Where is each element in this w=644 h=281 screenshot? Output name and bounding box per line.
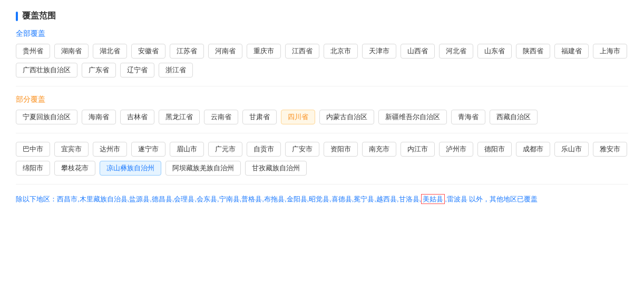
tag-province[interactable]: 安徽省 (131, 44, 165, 59)
tag-city[interactable]: 自贡市 (247, 142, 281, 157)
highlighted-county: 美姑县 (421, 194, 445, 204)
full-coverage-tags: 贵州省湖南省湖北省安徽省江苏省河南省重庆市江西省北京市天津市山西省河北省山东省陕… (16, 44, 628, 77)
tag-province[interactable]: 江苏省 (170, 44, 204, 59)
tag-province-partial[interactable]: 海南省 (82, 110, 116, 124)
tag-city[interactable]: 广元市 (208, 142, 242, 157)
tag-city[interactable]: 巴中市 (16, 142, 50, 157)
tag-city[interactable]: 攀枝花市 (54, 161, 95, 176)
tag-city[interactable]: 乐山市 (554, 142, 589, 157)
tag-province[interactable]: 贵州省 (16, 44, 50, 59)
tag-city[interactable]: 南充市 (362, 142, 396, 157)
footer-note: 除以下地区：西昌市,木里藏族自治县,盐源县,德昌县,会理县,会东县,宁南县,普格… (16, 193, 628, 205)
partial-coverage-label[interactable]: 部分覆盖 (16, 95, 628, 104)
tag-province-partial[interactable]: 甘肃省 (242, 110, 277, 124)
tag-province[interactable]: 山东省 (477, 44, 512, 59)
tag-province-partial[interactable]: 云南省 (204, 110, 238, 124)
tag-province-partial[interactable]: 吉林省 (120, 110, 154, 124)
tag-city[interactable]: 遂宁市 (131, 142, 165, 157)
tag-city[interactable]: 泸州市 (439, 142, 473, 157)
tag-city[interactable]: 阿坝藏族羌族自治州 (165, 161, 241, 176)
tag-city[interactable]: 达州市 (93, 142, 127, 157)
tag-province-partial[interactable]: 内蒙古自治区 (319, 110, 374, 124)
tag-province[interactable]: 湖北省 (93, 44, 127, 59)
tag-province[interactable]: 山西省 (401, 44, 435, 59)
tag-province[interactable]: 河南省 (208, 44, 242, 59)
page-container: 覆盖范围 全部覆盖 贵州省湖南省湖北省安徽省江苏省河南省重庆市江西省北京市天津市… (16, 11, 628, 205)
partial-coverage-province-tags: 宁夏回族自治区海南省吉林省黑龙江省云南省甘肃省四川省内蒙古自治区新疆维吾尔自治区… (16, 110, 628, 124)
tag-province[interactable]: 天津市 (362, 44, 396, 59)
tag-province-partial[interactable]: 西藏自治区 (490, 110, 538, 124)
tag-city[interactable]: 宜宾市 (54, 142, 89, 157)
tag-province[interactable]: 福建省 (554, 44, 589, 59)
full-coverage-section: 全部覆盖 贵州省湖南省湖北省安徽省江苏省河南省重庆市江西省北京市天津市山西省河北… (16, 29, 628, 77)
tag-province[interactable]: 重庆市 (247, 44, 281, 59)
title-text: 覆盖范围 (22, 11, 56, 22)
tag-province[interactable]: 辽宁省 (120, 63, 154, 77)
divider-2 (16, 133, 628, 133)
cities-section: 巴中市宜宾市达州市遂宁市眉山市广元市自贡市广安市资阳市南充市内江市泸州市德阳市成… (16, 142, 628, 176)
tag-city[interactable]: 绵阳市 (16, 161, 50, 176)
tag-province-partial[interactable]: 宁夏回族自治区 (16, 110, 77, 124)
divider-1 (16, 86, 628, 86)
tag-city[interactable]: 资阳市 (324, 142, 358, 157)
tag-province-partial[interactable]: 黑龙江省 (159, 110, 200, 124)
city-tags: 巴中市宜宾市达州市遂宁市眉山市广元市自贡市广安市资阳市南充市内江市泸州市德阳市成… (16, 142, 628, 176)
tag-province[interactable]: 江西省 (285, 44, 319, 59)
tag-city[interactable]: 广安市 (285, 142, 319, 157)
divider-3 (16, 184, 628, 185)
tag-province[interactable]: 上海市 (593, 44, 627, 59)
partial-coverage-section: 部分覆盖 宁夏回族自治区海南省吉林省黑龙江省云南省甘肃省四川省内蒙古自治区新疆维… (16, 95, 628, 124)
tag-province[interactable]: 河北省 (439, 44, 473, 59)
tag-city[interactable]: 凉山彝族自治州 (100, 161, 161, 176)
tag-province[interactable]: 陕西省 (516, 44, 550, 59)
tag-city[interactable]: 甘孜藏族自治州 (245, 161, 307, 176)
tag-province-partial[interactable]: 青海省 (451, 110, 485, 124)
tag-city[interactable]: 雅安市 (593, 142, 627, 157)
footer-text-after: ,雷波县 以外，其他地区已覆盖 (445, 195, 538, 203)
tag-city[interactable]: 德阳市 (477, 142, 512, 157)
tag-province[interactable]: 广东省 (82, 63, 116, 77)
tag-city[interactable]: 眉山市 (170, 142, 204, 157)
section-title: 覆盖范围 (16, 11, 628, 22)
tag-province[interactable]: 北京市 (324, 44, 358, 59)
tag-province-partial[interactable]: 新疆维吾尔自治区 (378, 110, 447, 124)
tag-city[interactable]: 内江市 (401, 142, 435, 157)
tag-province[interactable]: 湖南省 (54, 44, 89, 59)
footer-text-before: 除以下地区：西昌市,木里藏族自治县,盐源县,德昌县,会理县,会东县,宁南县,普格… (16, 195, 421, 203)
full-coverage-label[interactable]: 全部覆盖 (16, 29, 628, 38)
tag-province[interactable]: 广西壮族自治区 (16, 63, 77, 77)
tag-province-partial[interactable]: 四川省 (281, 110, 315, 124)
tag-province[interactable]: 浙江省 (159, 63, 193, 77)
tag-city[interactable]: 成都市 (516, 142, 550, 157)
